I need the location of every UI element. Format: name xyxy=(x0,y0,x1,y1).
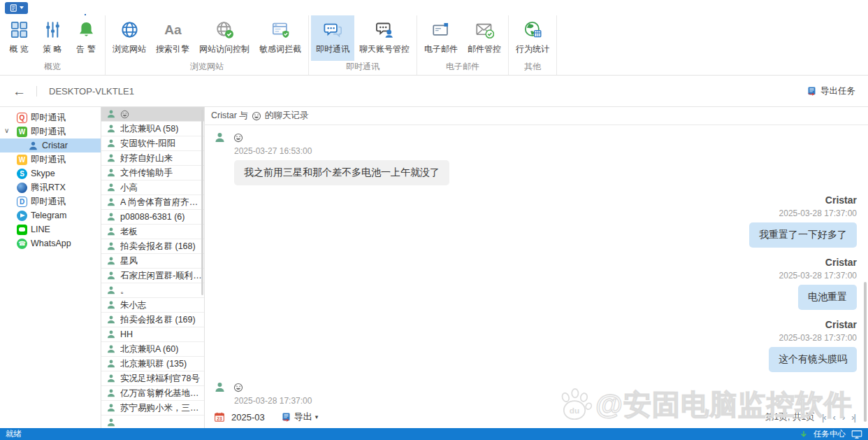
contact-row[interactable]: p08088-6381 (6) xyxy=(101,210,204,225)
tree-item[interactable]: ∨ W 即时通讯 xyxy=(0,125,101,139)
menu-item[interactable] xyxy=(75,0,95,15)
ribbon-button[interactable]: 聊天账号管控 xyxy=(354,15,414,61)
contact-row[interactable]: 朱小志 xyxy=(101,298,204,313)
contact-row[interactable] xyxy=(101,416,204,428)
contact-name: 北京兼职群 (135) xyxy=(120,358,187,370)
month-picker[interactable]: 2025-03 xyxy=(231,412,265,423)
contact-row[interactable]: 亿万富翁孵化基地㊗广 (3... xyxy=(101,386,204,401)
tree-item[interactable]: W 即时通讯 xyxy=(0,152,101,166)
ribbon-button-icon xyxy=(10,20,29,39)
chevron-down-icon: ▾ xyxy=(315,413,319,420)
person-icon xyxy=(106,256,116,266)
ribbon-button[interactable]: 网站访问控制 xyxy=(194,15,254,61)
menu-item[interactable] xyxy=(134,0,154,15)
ribbon-group-label: 概览 xyxy=(2,61,103,75)
contact-row[interactable]: 拍卖会报名群 (168) xyxy=(101,239,204,254)
ribbon-group-label: 浏览网站 xyxy=(108,61,306,75)
svg-text:23: 23 xyxy=(217,416,222,421)
person-icon xyxy=(106,285,116,295)
contact-row[interactable]: 北京兼职A (58) xyxy=(101,122,204,136)
contact-row[interactable]: 老板 xyxy=(101,225,204,239)
person-icon xyxy=(106,271,116,281)
contact-row[interactable]: A 尚舍体育首府齐智超 xyxy=(101,195,204,210)
ribbon-group-browsing: 浏览网站搜索引擎网站访问控制敏感词拦截 浏览网站 xyxy=(106,15,309,75)
contact-name: 拍卖会报名群 (169) xyxy=(120,314,196,326)
contact-row[interactable]: HH xyxy=(101,327,204,342)
prev-page-button[interactable]: ‹ xyxy=(833,412,835,423)
person-icon xyxy=(106,359,116,369)
calendar-icon[interactable]: 23 xyxy=(214,411,225,423)
tree-item[interactable]: WhatsApp xyxy=(0,236,101,250)
contact-row[interactable]: 拍卖会报名群 (169) xyxy=(101,313,204,327)
im-app-badge-icon: Q xyxy=(17,113,27,123)
tree-item-label: WhatsApp xyxy=(31,239,71,248)
monitor-icon[interactable] xyxy=(851,430,862,439)
contact-row[interactable]: 星风 xyxy=(101,254,204,269)
contacts-scrollbar[interactable] xyxy=(201,110,203,295)
ribbon-button[interactable]: 概 览 xyxy=(2,15,36,61)
ribbon-button[interactable]: 即时通讯 xyxy=(311,15,354,61)
person-icon xyxy=(106,124,116,134)
menu-item[interactable] xyxy=(56,0,75,15)
contact-row[interactable]: 。 xyxy=(101,283,204,298)
ribbon-group-label: 其他 xyxy=(511,61,554,75)
contact-row[interactable]: 石家庄闲置群-顺利出闲置 (... xyxy=(101,269,204,283)
contact-row[interactable]: 北京兼职群 (135) xyxy=(101,357,204,371)
contact-row[interactable]: 安固软件-阳阳 xyxy=(101,136,204,151)
emoji-sender-icon xyxy=(233,133,243,143)
ribbon-button-icon xyxy=(324,20,342,39)
task-center-button[interactable]: 任务中心 xyxy=(813,429,846,439)
ribbon-button[interactable]: 搜索引擎 xyxy=(151,15,194,61)
tree-item[interactable]: 腾讯RTX xyxy=(0,180,101,194)
app-menu-button[interactable] xyxy=(5,2,28,14)
contact-name: 老板 xyxy=(120,226,138,238)
contact-row[interactable]: 文件传输助手 xyxy=(101,166,204,180)
chat-title-suffix: 的聊天记录 xyxy=(265,110,309,122)
menu-item[interactable] xyxy=(193,0,212,15)
export-task-button[interactable]: 导出任务 xyxy=(806,85,855,97)
contact-row[interactable] xyxy=(101,107,204,122)
device-name: DESKTOP-VLKTLE1 xyxy=(49,86,134,97)
ribbon-button-icon xyxy=(215,20,234,39)
chat-scrollbar[interactable] xyxy=(864,282,867,422)
ribbon-button[interactable]: 行为统计 xyxy=(511,15,554,61)
next-page-button[interactable]: › xyxy=(842,412,844,423)
status-bar: 就绪 任务中心 xyxy=(0,428,868,440)
tree-item[interactable]: D 即时通讯 xyxy=(0,194,101,208)
contact-row[interactable]: 小高 xyxy=(101,180,204,195)
contact-row[interactable]: 苏宁易购小米，三星荟聚购... xyxy=(101,401,204,416)
contact-row[interactable]: 好茶自好山来 xyxy=(101,151,204,166)
ribbon-button[interactable]: 邮件管控 xyxy=(463,15,506,61)
tree-item[interactable]: Telegram xyxy=(0,208,101,222)
contact-row[interactable]: 实况足球福利官78号 xyxy=(101,371,204,386)
menu-item[interactable] xyxy=(173,0,193,15)
back-button[interactable]: ← xyxy=(13,85,26,98)
tree-item-label: 即时通讯 xyxy=(31,126,66,138)
tree-item[interactable]: Q 即时通讯 xyxy=(0,111,101,125)
export-button[interactable]: 导出 ▾ xyxy=(281,411,319,423)
ribbon-button-icon xyxy=(475,20,494,39)
menu-item[interactable] xyxy=(115,0,134,15)
message-bubble: 我重置了一下好多了 xyxy=(749,222,857,248)
menu-bar xyxy=(0,0,868,15)
tree-item[interactable]: LINE xyxy=(0,222,101,236)
person-icon xyxy=(106,197,116,207)
ribbon-button[interactable]: 电子邮件 xyxy=(419,15,463,61)
contact-row[interactable]: 北京兼职A (60) xyxy=(101,342,204,357)
menu-item[interactable] xyxy=(154,0,173,15)
menu-item[interactable] xyxy=(95,0,115,15)
ribbon-button[interactable]: 告 警 xyxy=(69,15,103,61)
person-icon xyxy=(106,109,116,119)
ribbon-button[interactable]: 浏览网站 xyxy=(108,15,151,61)
ribbon-button[interactable]: 敏感词拦截 xyxy=(254,15,306,61)
ribbon-button[interactable]: 策 略 xyxy=(36,15,69,61)
last-page-button[interactable]: ›| xyxy=(851,412,855,423)
avatar xyxy=(214,132,226,143)
first-page-button[interactable]: |‹ xyxy=(822,412,826,423)
tree-item[interactable]: S Skype xyxy=(0,166,101,180)
chevron-down-icon[interactable]: ∨ xyxy=(4,127,9,134)
menu-item[interactable] xyxy=(36,0,56,15)
ribbon-group-overview: 概 览策 略告 警 概览 xyxy=(0,15,106,75)
page-info: 第1页, 共1页 xyxy=(765,411,815,423)
tree-item[interactable]: Cristar xyxy=(0,139,101,152)
